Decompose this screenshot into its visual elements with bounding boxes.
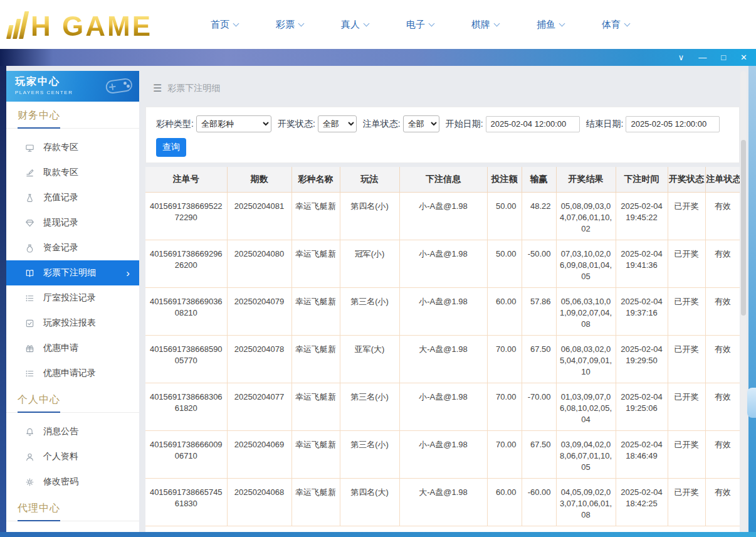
scrollbar-thumb[interactable] xyxy=(741,140,746,316)
nav-item-2[interactable]: 彩票 xyxy=(276,19,303,31)
sidebar-item-funds-record[interactable]: 资金记录 xyxy=(6,235,139,260)
table-row: 40156917386685900577020250204078幸运飞艇新亚军(… xyxy=(145,335,740,383)
sidebar-item-deposit[interactable]: 存款专区 xyxy=(6,135,139,160)
hall-bet-record-icon xyxy=(25,294,35,303)
chevron-down-icon xyxy=(624,20,631,26)
table-cell: 已开奖 xyxy=(668,335,705,383)
table-cell: 401569173866574561830 xyxy=(145,478,227,526)
table-row: 40156917386695227229020250204081幸运飞艇新第四名… xyxy=(145,192,740,240)
table-cell: -50.00 xyxy=(522,240,556,287)
logo-emblem-icon xyxy=(6,11,29,43)
sidebar-item-label: 消息公告 xyxy=(43,426,78,437)
table-cell: 01,03,09,07,06,08,10,02,05,04 xyxy=(556,383,616,430)
table-cell: 幸运飞艇新 xyxy=(291,287,340,335)
lottery-type-label: 彩种类型: xyxy=(156,119,194,130)
end-date-label: 结束日期: xyxy=(586,119,624,130)
table-cell: 48.22 xyxy=(522,192,556,240)
promo-apply-icon xyxy=(25,344,35,353)
brand-name: H GAME xyxy=(31,13,152,43)
sidebar-item-recharge-record[interactable]: 充值记录 xyxy=(6,185,139,210)
table-header-row: 注单号期数彩种名称玩法下注信息投注额输赢开奖结果下注时间开奖状态注单状态 xyxy=(145,167,740,192)
nav-item-1[interactable]: 首页 xyxy=(211,19,238,31)
sidebar-item-label: 修改密码 xyxy=(43,476,78,487)
column-header: 输赢 xyxy=(522,167,556,192)
table-cell: 401569173866903608210 xyxy=(145,287,227,335)
table-cell: 2025-02-04 18:46:49 xyxy=(616,430,668,478)
table-cell: 幸运飞艇新 xyxy=(291,192,340,240)
sidebar-item-promo-apply-record[interactable]: 优惠申请记录 xyxy=(6,361,139,386)
table-cell: 20250204081 xyxy=(227,192,291,240)
nav-item-3[interactable]: 真人 xyxy=(341,19,369,31)
chevron-right-icon: › xyxy=(126,268,130,279)
table-cell: 第三名(小) xyxy=(340,430,399,478)
sidebar-item-change-password[interactable]: 修改密码 xyxy=(6,469,139,494)
sidebar-item-withdrawal-record[interactable]: 提现记录 xyxy=(6,210,139,235)
sidebar-item-withdraw[interactable]: 取款专区 xyxy=(6,160,139,185)
minimize-button[interactable]: — xyxy=(698,53,706,61)
table-cell: 20250204078 xyxy=(227,335,291,383)
nav-item-4[interactable]: 电子 xyxy=(406,19,434,31)
site-header: H GAME 首页彩票真人电子棋牌捕鱼体育 xyxy=(0,0,756,49)
sidebar-item-hall-bet-record[interactable]: 厅室投注记录 xyxy=(6,285,139,311)
maximize-button[interactable]: □ xyxy=(721,53,726,61)
table-cell: 小-A盘@1.98 xyxy=(399,287,487,335)
table-cell: 401569173866952272290 xyxy=(145,192,227,240)
order-status-select[interactable]: 全部 xyxy=(403,115,439,132)
table-cell: 04,05,09,02,03,07,10,06,01,08 xyxy=(556,478,616,526)
sidebar-item-player-bet-report[interactable]: 玩家投注报表 xyxy=(6,311,139,336)
draw-status-select[interactable]: 全部 xyxy=(318,115,357,132)
end-date-input[interactable] xyxy=(626,116,720,132)
table-cell: 已开奖 xyxy=(668,240,705,287)
window-edge-bottom xyxy=(0,532,756,537)
nav-item-label: 首页 xyxy=(211,19,229,31)
lottery-type-select[interactable]: 全部彩种 xyxy=(196,115,271,132)
table-cell: 20250204068 xyxy=(227,478,291,526)
brand-logo[interactable]: H GAME xyxy=(9,6,152,43)
nav-item-label: 体育 xyxy=(602,19,621,31)
search-button[interactable]: 查询 xyxy=(156,138,186,157)
table-cell: 大-A盘@1.98 xyxy=(399,335,487,383)
chevron-down-icon xyxy=(559,20,565,26)
profile-icon xyxy=(25,452,35,462)
start-date-input[interactable] xyxy=(486,116,580,132)
table-cell: 第三名(小) xyxy=(340,383,399,430)
sidebar-item-profile[interactable]: 个人资料 xyxy=(6,444,139,469)
column-header: 开奖状态 xyxy=(668,167,705,192)
table-cell: 第三名(小) xyxy=(340,287,399,335)
table-cell: 有效 xyxy=(705,192,740,240)
sidebar-item-announcements[interactable]: 消息公告 xyxy=(6,419,139,444)
sidebar-item-agent-rules[interactable]: 代理规则说明 xyxy=(6,528,139,532)
page-title: 彩票下注明细 xyxy=(167,83,220,94)
gamepad-icon xyxy=(102,73,137,101)
sidebar-item-label: 存款专区 xyxy=(43,142,78,153)
right-edge-handle[interactable] xyxy=(747,388,756,418)
lottery-bet-detail-icon xyxy=(25,268,35,278)
table-cell: 幸运飞艇新 xyxy=(291,478,340,526)
nav-item-5[interactable]: 棋牌 xyxy=(471,19,499,31)
column-header: 注单号 xyxy=(145,167,227,192)
close-button[interactable]: ✕ xyxy=(740,53,747,61)
table-row: 40156917386660090671020250204069幸运飞艇新第三名… xyxy=(145,430,740,478)
menu-icon[interactable]: ☰ xyxy=(153,82,162,94)
table-cell: 20250204069 xyxy=(227,430,291,478)
nav-item-7[interactable]: 体育 xyxy=(602,19,629,31)
sidebar-item-lottery-bet-detail[interactable]: 彩票下注明细› xyxy=(6,260,139,285)
table-cell: 05,08,09,03,04,07,06,01,10,02 xyxy=(556,192,616,240)
sidebar-section-title: 财务中心 xyxy=(6,102,139,129)
table-cell: 60.00 xyxy=(487,287,522,335)
sidebar-item-promo-apply[interactable]: 优惠申请 xyxy=(6,336,139,361)
table-cell: 401569173866830661820 xyxy=(145,383,227,430)
nav-item-6[interactable]: 捕鱼 xyxy=(537,19,564,31)
column-header: 投注额 xyxy=(487,167,522,192)
content-scrollbar[interactable] xyxy=(740,71,747,532)
chevron-down-icon xyxy=(429,20,435,26)
table-cell: 05,06,03,10,01,09,02,07,04,08 xyxy=(556,287,616,335)
nav-item-label: 电子 xyxy=(406,19,425,31)
collapse-button[interactable]: ∨ xyxy=(678,53,685,61)
bet-table-container: 注单号期数彩种名称玩法下注信息投注额输赢开奖结果下注时间开奖状态注单状态 401… xyxy=(145,167,740,532)
nav-item-label: 棋牌 xyxy=(471,19,490,31)
table-cell: 60.00 xyxy=(487,478,522,526)
table-cell: 67.50 xyxy=(522,430,556,478)
sidebar-item-label: 个人资料 xyxy=(43,451,78,462)
table-cell: 已开奖 xyxy=(668,430,705,478)
